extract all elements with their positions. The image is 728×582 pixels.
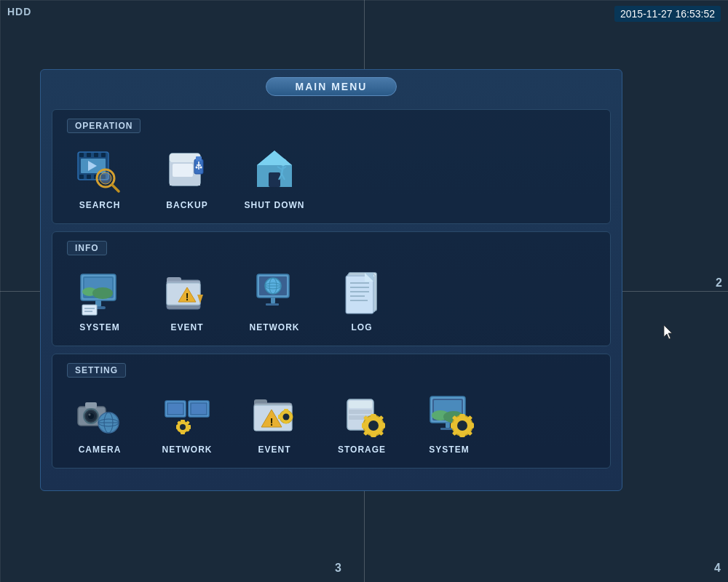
backup-label: BACKUP <box>166 200 207 210</box>
svg-rect-125 <box>446 423 450 428</box>
network-setting-button[interactable]: NETWORK <box>154 388 220 455</box>
storage-label: STORAGE <box>338 445 386 455</box>
svg-rect-107 <box>349 401 372 408</box>
system-setting-button[interactable]: SYSTEM <box>416 388 482 455</box>
search-button[interactable]: SEARCH <box>67 143 132 210</box>
svg-rect-26 <box>269 172 280 187</box>
svg-rect-130 <box>459 434 465 437</box>
svg-point-12 <box>100 172 111 184</box>
svg-rect-129 <box>459 414 465 418</box>
svg-rect-3 <box>94 153 98 157</box>
info-label: INFO <box>67 241 107 255</box>
corner-2-label: 2 <box>716 276 722 290</box>
log-label: LOG <box>352 322 373 332</box>
info-section: INFO <box>52 231 611 346</box>
svg-rect-83 <box>168 404 183 414</box>
svg-rect-4 <box>101 153 106 157</box>
event-setting-button[interactable]: ! EVENT <box>242 388 307 455</box>
svg-rect-105 <box>290 415 293 419</box>
setting-section: SETTING <box>52 354 611 469</box>
svg-rect-84 <box>191 404 206 414</box>
search-label: SEARCH <box>79 200 121 210</box>
system-setting-label: SYSTEM <box>429 445 469 455</box>
svg-rect-19 <box>196 156 202 161</box>
main-menu-title: MAIN MENU <box>266 77 397 96</box>
setting-label: SETTING <box>67 363 126 378</box>
svg-rect-108 <box>349 410 372 414</box>
corner-4-label: 4 <box>714 562 721 575</box>
system-info-button[interactable]: SYSTEM <box>67 266 132 332</box>
svg-point-86 <box>180 424 186 430</box>
svg-rect-5 <box>79 175 84 179</box>
svg-rect-57 <box>271 298 275 303</box>
network-info-label: NETWORK <box>250 322 300 332</box>
svg-point-22 <box>196 167 198 169</box>
svg-rect-74 <box>85 402 97 408</box>
svg-rect-88 <box>181 431 185 434</box>
svg-rect-102 <box>284 409 288 412</box>
svg-rect-6 <box>87 175 91 179</box>
hdd-label: HDD <box>7 6 31 17</box>
shutdown-button[interactable]: SHUT DOWN <box>242 143 307 210</box>
event-info-button[interactable]: ! EVENT <box>154 266 220 332</box>
svg-point-73 <box>89 414 91 416</box>
operation-section: OPERATION <box>52 109 611 224</box>
svg-rect-17 <box>173 164 193 177</box>
svg-point-37 <box>92 287 113 299</box>
svg-rect-104 <box>278 415 281 419</box>
svg-rect-132 <box>470 423 474 428</box>
svg-text:!: ! <box>270 416 274 428</box>
svg-rect-114 <box>362 423 365 428</box>
camera-button[interactable]: CAMERA <box>67 388 132 455</box>
event-setting-label: EVENT <box>258 445 290 455</box>
svg-rect-40 <box>82 305 97 315</box>
svg-rect-113 <box>371 434 376 437</box>
timestamp: 2015-11-27 16:53:52 <box>614 6 721 22</box>
event-info-label: EVENT <box>170 322 203 332</box>
shutdown-label: SHUT DOWN <box>245 200 305 210</box>
network-info-button[interactable]: NETWORK <box>242 266 307 332</box>
svg-point-23 <box>200 167 202 169</box>
svg-rect-2 <box>87 153 91 157</box>
mouse-cursor <box>664 325 674 340</box>
main-menu-dialog: MAIN MENU OPERATION <box>40 69 622 491</box>
svg-line-13 <box>112 185 119 191</box>
svg-rect-87 <box>181 420 185 423</box>
svg-rect-131 <box>451 423 454 428</box>
operation-label: OPERATION <box>67 119 141 133</box>
log-button[interactable]: LOG <box>329 266 395 332</box>
network-setting-label: NETWORK <box>162 445 213 455</box>
svg-point-27 <box>280 159 287 166</box>
corner-3-label: 3 <box>335 562 341 575</box>
svg-point-101 <box>283 414 290 420</box>
system-info-label: SYSTEM <box>79 322 119 332</box>
storage-button[interactable]: STORAGE <box>329 388 395 455</box>
svg-point-128 <box>457 420 467 431</box>
svg-text:!: ! <box>186 291 189 303</box>
svg-rect-115 <box>381 423 385 428</box>
svg-rect-103 <box>284 420 288 423</box>
svg-rect-1 <box>79 153 84 157</box>
svg-rect-58 <box>266 303 279 306</box>
svg-point-111 <box>368 420 379 431</box>
backup-button[interactable]: BACKUP <box>154 143 220 210</box>
camera-label: CAMERA <box>79 445 122 455</box>
svg-rect-112 <box>371 414 376 418</box>
